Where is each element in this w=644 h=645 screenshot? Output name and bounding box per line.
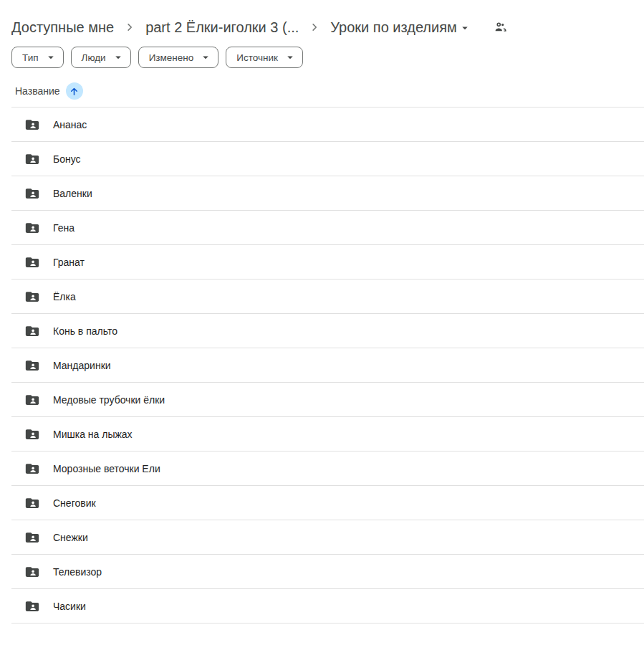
table-row[interactable]: Снежки <box>11 520 644 555</box>
table-row[interactable]: Телевизор <box>11 555 644 589</box>
shared-folder-icon <box>24 461 40 477</box>
filter-chip-modified[interactable]: Изменено <box>138 47 219 68</box>
name-column-sort-button[interactable]: Название <box>15 82 83 100</box>
shared-folder-icon <box>24 289 40 305</box>
shared-folder-icon <box>24 392 40 408</box>
table-row[interactable]: Ананас <box>11 108 644 142</box>
table-row[interactable]: Часики <box>11 589 644 624</box>
shared-folder-icon <box>24 254 40 270</box>
filter-chip-people[interactable]: Люди <box>71 47 131 68</box>
item-name: Конь в пальто <box>53 325 117 337</box>
chevron-down-icon <box>199 51 212 64</box>
chevron-down-icon <box>284 51 297 64</box>
shared-folder-icon <box>24 495 40 511</box>
table-row[interactable]: Валенки <box>11 176 644 211</box>
file-list: Ананас Бонус Валенки <box>11 108 644 624</box>
filter-chip-label: Источник <box>236 52 278 63</box>
shared-folder-members-button[interactable] <box>489 16 512 39</box>
item-name: Гена <box>53 222 75 234</box>
filter-chip-type[interactable]: Тип <box>11 47 64 68</box>
shared-folder-icon <box>24 220 40 236</box>
filter-chip-label: Люди <box>82 52 106 63</box>
item-name: Бонус <box>53 153 81 165</box>
item-name: Медовые трубочки ёлки <box>53 394 165 406</box>
item-name: Мишка на лыжах <box>53 429 133 440</box>
item-name: Ананас <box>53 119 87 130</box>
shared-folder-icon <box>24 358 40 373</box>
item-name: Телевизор <box>53 566 102 578</box>
table-row[interactable]: Гена <box>11 211 644 245</box>
shared-folder-icon <box>24 117 40 133</box>
item-name: Снежки <box>53 532 88 543</box>
current-folder-label: Уроки по изделиям <box>330 19 457 36</box>
filter-chip-label: Изменено <box>149 52 194 63</box>
item-name: Мандаринки <box>53 360 111 371</box>
shared-folder-icon <box>24 186 40 201</box>
table-row[interactable]: Бонус <box>11 142 644 176</box>
item-name: Морозные веточки Ели <box>53 463 160 474</box>
breadcrumb: Доступные мне part 2 Ёлки-иголки 3 (... … <box>0 0 644 40</box>
shared-folder-icon <box>24 564 40 580</box>
shared-folder-icon <box>24 598 40 614</box>
shared-folder-icon <box>24 530 40 545</box>
name-column-label: Название <box>15 85 60 97</box>
chevron-right-icon <box>119 21 140 34</box>
breadcrumb-item-parent-folder[interactable]: part 2 Ёлки-иголки 3 (... <box>140 17 304 38</box>
item-name: Часики <box>53 601 86 612</box>
chevron-right-icon <box>304 21 325 34</box>
shared-folder-icon <box>24 151 40 167</box>
item-name: Гранат <box>53 257 85 268</box>
item-name: Ёлка <box>53 291 76 302</box>
table-row[interactable]: Снеговик <box>11 486 644 520</box>
chevron-down-icon <box>112 51 125 64</box>
filter-chip-source[interactable]: Источник <box>226 47 303 68</box>
sort-ascending-icon <box>66 82 83 100</box>
table-row[interactable]: Медовые трубочки ёлки <box>11 383 644 417</box>
folder-menu-caret-icon <box>458 22 471 34</box>
list-header: Название <box>11 75 644 108</box>
shared-folder-icon <box>24 323 40 339</box>
people-icon <box>493 19 509 35</box>
item-name: Снеговик <box>53 497 96 509</box>
file-list-area: Название Ананас Бонус <box>11 75 644 624</box>
table-row[interactable]: Мандаринки <box>11 348 644 383</box>
breadcrumb-item-shared-with-me[interactable]: Доступные мне <box>6 17 119 38</box>
table-row[interactable]: Мишка на лыжах <box>11 417 644 452</box>
breadcrumb-item-current-folder[interactable]: Уроки по изделиям <box>325 17 476 38</box>
table-row[interactable]: Морозные веточки Ели <box>11 452 644 486</box>
filter-chip-label: Тип <box>22 52 39 63</box>
table-row[interactable]: Конь в пальто <box>11 314 644 348</box>
shared-folder-icon <box>24 426 40 442</box>
table-row[interactable]: Гранат <box>11 245 644 280</box>
table-row[interactable]: Ёлка <box>11 280 644 314</box>
item-name: Валенки <box>53 188 92 199</box>
filter-chip-bar: Тип Люди Изменено Источник <box>0 40 644 68</box>
chevron-down-icon <box>44 51 57 64</box>
